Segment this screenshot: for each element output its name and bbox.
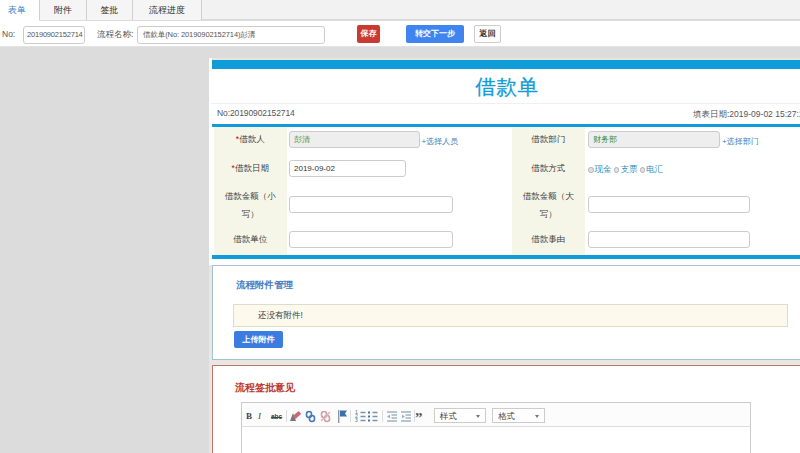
svg-text:3: 3 bbox=[355, 417, 358, 423]
svg-text:”: ” bbox=[415, 410, 423, 426]
